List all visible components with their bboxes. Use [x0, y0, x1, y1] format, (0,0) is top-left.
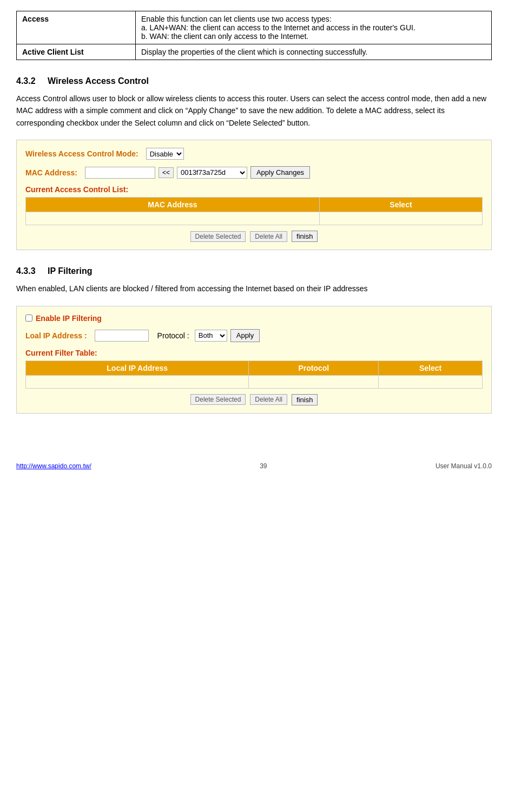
section-433-heading: 4.3.3 IP Filtering	[16, 266, 492, 276]
mac-input[interactable]	[85, 167, 155, 179]
ip-input[interactable]	[95, 330, 149, 342]
filter-finish-button[interactable]: finish	[292, 394, 318, 405]
enable-ip-filtering-row: Enable IP Filtering	[25, 314, 483, 323]
enable-ip-filtering-checkbox[interactable]	[25, 315, 32, 322]
table-row	[26, 212, 483, 225]
section-433-body: When enabled, LAN clients are blocked / …	[16, 283, 492, 294]
finish-button[interactable]: finish	[292, 231, 318, 242]
delete-selected-button[interactable]: Delete Selected	[190, 231, 246, 242]
filter-delete-all-button[interactable]: Delete All	[250, 394, 287, 405]
version-text: User Manual v1.0.0	[436, 462, 492, 470]
section-432-heading: 4.3.2 Wireless Access Control	[16, 76, 492, 86]
action-buttons-row: Delete Selected Delete All finish	[25, 231, 483, 242]
select-col-header: Select	[319, 198, 482, 212]
section-433-number: 4.3.3	[16, 266, 36, 276]
ip-protocol-row: Loal IP Address : Protocol : Both TCP UD…	[25, 329, 483, 342]
protocol-col-header: Protocol	[249, 361, 379, 375]
page-number: 39	[260, 462, 267, 470]
section-433-title: IP Filtering	[48, 266, 92, 276]
enable-ip-filtering-label[interactable]: Enable IP Filtering	[25, 314, 102, 323]
active-client-label: Active Client List	[17, 44, 136, 60]
mode-label: Wireless Access Control Mode:	[25, 149, 138, 158]
wireless-access-control-panel: Wireless Access Control Mode: Disable Al…	[16, 140, 492, 250]
access-control-table: MAC Address Select	[25, 197, 483, 225]
protocol-select[interactable]: Both TCP UDP	[195, 330, 227, 342]
protocol-label: Protocol :	[157, 331, 189, 340]
enable-ip-filtering-text: Enable IP Filtering	[36, 314, 102, 323]
mode-row: Wireless Access Control Mode: Disable Al…	[25, 148, 483, 160]
current-access-list-label: Current Access Control List:	[25, 185, 128, 194]
chevron-button[interactable]: <<	[159, 167, 174, 178]
mac-row: MAC Address: << 0013f73a725d Apply Chang…	[25, 166, 483, 179]
current-list-label-row: Current Access Control List:	[25, 185, 483, 194]
ip-label: Loal IP Address :	[25, 331, 87, 340]
info-table: Access Enable this function can let clie…	[16, 11, 492, 60]
section-432-body: Access Control allows user to block or a…	[16, 93, 492, 129]
filter-table: Local IP Address Protocol Select	[25, 361, 483, 389]
mac-select[interactable]: 0013f73a725d	[177, 167, 247, 179]
local-ip-col-header: Local IP Address	[26, 361, 249, 375]
section-432-title: Wireless Access Control	[48, 76, 149, 86]
current-filter-label: Current Filter Table:	[25, 349, 97, 357]
footer-url[interactable]: http://www.sapido.com.tw/	[16, 462, 91, 470]
filter-delete-selected-button[interactable]: Delete Selected	[190, 394, 246, 405]
filter-table-row	[26, 375, 483, 388]
mac-label: MAC Address:	[25, 168, 77, 177]
apply-button[interactable]: Apply	[230, 329, 260, 342]
filter-action-buttons-row: Delete Selected Delete All finish	[25, 394, 483, 405]
mode-select[interactable]: Disable Allow Deny	[146, 148, 184, 160]
section-432-number: 4.3.2	[16, 76, 36, 86]
current-filter-label-row: Current Filter Table:	[25, 349, 483, 357]
ip-filtering-panel: Enable IP Filtering Loal IP Address : Pr…	[16, 306, 492, 414]
page-footer: http://www.sapido.com.tw/ 39 User Manual…	[0, 457, 508, 475]
select-col-header-filter: Select	[379, 361, 483, 375]
mac-address-col-header: MAC Address	[26, 198, 320, 212]
access-label: Access	[17, 11, 136, 44]
apply-changes-button[interactable]: Apply Changes	[250, 166, 310, 179]
access-description: Enable this function can let clients use…	[136, 11, 492, 44]
delete-all-button[interactable]: Delete All	[250, 231, 287, 242]
active-client-description: Display the properties of the client whi…	[136, 44, 492, 60]
